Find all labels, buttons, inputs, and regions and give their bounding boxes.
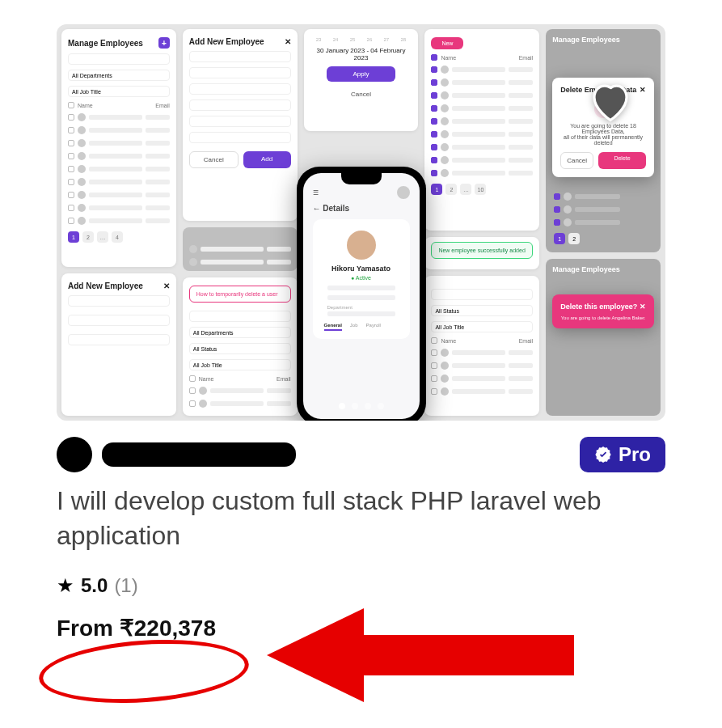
- input-mock: [189, 83, 291, 95]
- employee-avatar: [347, 231, 376, 260]
- input-mock: [68, 334, 170, 345]
- alert-green: New employee successfully added: [431, 242, 533, 259]
- input-mock: [431, 305, 533, 316]
- input-mock: [189, 132, 291, 143]
- pro-label: Pro: [619, 443, 651, 466]
- input-mock: [189, 67, 291, 78]
- input-mock: [189, 99, 291, 111]
- seller-name-redacted[interactable]: [102, 442, 296, 467]
- input-mock: [431, 321, 533, 332]
- manage-employees-title: Manage Employees: [68, 39, 143, 48]
- delete-button: Delete: [598, 152, 646, 169]
- plus-icon: +: [158, 37, 170, 49]
- cancel-button2: Cancel: [327, 87, 396, 102]
- close-icon: ✕: [640, 303, 646, 311]
- input-mock: [68, 315, 170, 326]
- add-employee-title2: Add New Employee: [189, 37, 264, 46]
- seller-row: Pro: [57, 437, 665, 472]
- apply-button: Apply: [327, 66, 396, 82]
- gig-cover-image[interactable]: Manage Employees+ NameEmail 12…4 Add New…: [57, 24, 665, 421]
- input-mock: [189, 116, 291, 127]
- search-mock: [68, 53, 170, 65]
- close-icon: ✕: [640, 86, 646, 94]
- price-label: From ₹220,378: [57, 615, 216, 641]
- filter-mock: [68, 70, 170, 81]
- annotation-circle: [37, 633, 251, 709]
- seller-avatar[interactable]: [57, 437, 92, 472]
- svg-marker-0: [267, 608, 574, 702]
- modal-text: all of their data will permanently delet…: [560, 134, 646, 146]
- add-button: Add: [243, 151, 291, 168]
- favorite-heart-icon[interactable]: [583, 74, 638, 129]
- carousel-dots[interactable]: [339, 403, 384, 409]
- gig-title[interactable]: I will develop custom full stack PHP lar…: [57, 484, 665, 553]
- close-icon: ✕: [285, 37, 291, 46]
- delete-q: Delete this employee?: [560, 303, 637, 311]
- calendar-range: 30 January 2023 - 04 February 2023: [310, 47, 412, 61]
- phone-mockup: ☰ ← Details Hikoru Yamasato ● Active Dep…: [297, 167, 426, 421]
- filter-mock: [68, 86, 170, 97]
- input-mock: [189, 359, 291, 370]
- add-employee-title: Add New Employee: [68, 281, 143, 290]
- cancel-button: Cancel: [560, 152, 593, 169]
- input-mock: [189, 327, 291, 338]
- star-icon: ★: [57, 574, 74, 597]
- close-icon: ✕: [163, 281, 170, 290]
- phone-details: Details: [323, 204, 349, 213]
- cancel-button: Cancel: [189, 151, 239, 168]
- input-mock: [68, 295, 170, 307]
- verified-icon: [594, 446, 612, 463]
- rating-count: (1): [114, 574, 137, 597]
- annotation-arrow: [267, 599, 582, 712]
- input-mock: [189, 343, 291, 354]
- rating-row[interactable]: ★ 5.0 (1): [57, 574, 665, 597]
- avatar-icon: [397, 186, 410, 199]
- alert-pink: How to temporarily delete a user: [189, 286, 291, 303]
- input-mock: [431, 289, 533, 300]
- input-mock: [189, 311, 291, 322]
- menu-icon: ☰: [313, 189, 319, 197]
- rating-score: 5.0: [81, 574, 108, 597]
- pro-badge: Pro: [580, 437, 665, 472]
- input-mock: [189, 51, 291, 62]
- employee-name: Hikoru Yamasato: [321, 265, 402, 273]
